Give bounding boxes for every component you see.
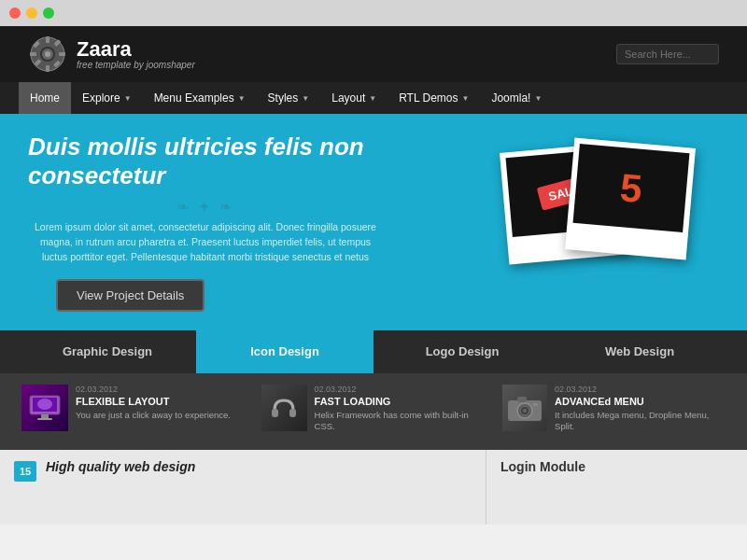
hero-description: Lorem ipsum dolor sit amet, consectetur … [28, 220, 383, 264]
feature-fast-loading: 02.03.2012 FAST LOADING Helix Framework … [254, 385, 492, 439]
feature-fast-text: 02.03.2012 FAST LOADING Helix Framework … [315, 385, 486, 433]
hero-banner: Duis mollis ultricies felis non consecte… [0, 114, 747, 330]
svg-rect-3 [46, 65, 49, 72]
svg-rect-20 [517, 397, 527, 402]
tab-icon-design[interactable]: Icon Design [196, 330, 374, 373]
svg-rect-4 [30, 52, 36, 56]
chevron-down-icon: ▼ [534, 94, 542, 103]
feature-flexible-text: 02.03.2012 FLEXIBLE LAYOUT You are just … [76, 385, 231, 421]
camera-icon [502, 385, 547, 431]
logo-area: Zaara free template by joomshaper [28, 35, 195, 74]
feature-title-2: FAST LOADING [315, 396, 486, 407]
svg-rect-2 [46, 36, 49, 43]
chevron-down-icon: ▼ [238, 94, 246, 103]
features-section: 02.03.2012 FLEXIBLE LAYOUT You are just … [0, 373, 747, 450]
tab-logo-design[interactable]: Logo Design [374, 330, 551, 373]
site-wrapper: Zaara free template by joomshaper Home E… [0, 26, 747, 560]
browser-chrome [0, 0, 747, 26]
chevron-down-icon: ▼ [369, 94, 376, 103]
minimize-button[interactable] [26, 7, 37, 19]
site-header: Zaara free template by joomshaper [0, 26, 747, 82]
hero-content: Duis mollis ultricies felis non consecte… [28, 133, 383, 312]
tab-graphic-design[interactable]: Graphic Design [19, 330, 196, 373]
maximize-button[interactable] [43, 7, 54, 19]
tabs-section: Graphic Design Icon Design Logo Design W… [0, 330, 747, 373]
svg-point-23 [523, 409, 527, 413]
svg-rect-5 [59, 52, 65, 56]
article-number: 15 [14, 461, 36, 482]
feature-advanced-text: 02.03.2012 ADVANCEd MENU It includes Meg… [555, 385, 726, 433]
chevron-down-icon: ▼ [462, 94, 470, 103]
svg-rect-18 [289, 409, 296, 417]
feature-advanced-menu: 02.03.2012 ADVANCEd MENU It includes Meg… [495, 385, 733, 439]
hero-title: Duis mollis ultricies felis non consecte… [28, 133, 383, 190]
svg-point-14 [37, 399, 52, 410]
site-title: Zaara [77, 39, 195, 60]
nav-joomla[interactable]: Joomla! ▼ [480, 82, 553, 114]
bottom-left: 15 High quality web design [0, 450, 486, 525]
bottom-right: Login Module [486, 450, 747, 525]
tab-web-design[interactable]: Web Design [551, 330, 728, 373]
feature-date-3: 02.03.2012 [555, 385, 726, 394]
svg-rect-16 [37, 418, 52, 420]
polaroid-inner-2: 5 [573, 144, 690, 232]
headphones-icon [261, 385, 306, 431]
svg-rect-24 [533, 403, 538, 406]
feature-desc-1: You are just a click away to experience. [76, 410, 231, 421]
svg-point-11 [45, 51, 50, 57]
close-button[interactable] [9, 7, 21, 19]
feature-flexible-layout: 02.03.2012 FLEXIBLE LAYOUT You are just … [14, 385, 252, 439]
article-title: High quality web design [46, 459, 195, 474]
bottom-section: 15 High quality web design Login Module [0, 450, 747, 525]
nav-explore[interactable]: Explore ▼ [71, 82, 143, 114]
polaroid-2: 5 [565, 137, 696, 259]
search-input[interactable] [616, 44, 719, 64]
feature-desc-3: It includes Mega menu, Dropline Menu, Sp… [555, 410, 726, 433]
nav-menu-examples[interactable]: Menu Examples ▼ [143, 82, 257, 114]
site-nav: Home Explore ▼ Menu Examples ▼ Styles ▼ … [0, 82, 747, 114]
feature-title-1: FLEXIBLE LAYOUT [76, 396, 231, 407]
svg-rect-17 [272, 409, 278, 417]
feature-title-3: ADVANCEd MENU [555, 396, 726, 407]
gear-icon [28, 35, 67, 74]
nav-home[interactable]: Home [19, 82, 71, 114]
hero-divider: ❧ ✦ ❧ [28, 198, 383, 216]
feature-date-2: 02.03.2012 [315, 385, 486, 394]
feature-date-1: 02.03.2012 [76, 385, 231, 394]
nav-rtl-demos[interactable]: RTL Demos ▼ [388, 82, 480, 114]
logo-text: Zaara free template by joomshaper [77, 39, 195, 70]
login-module-title: Login Module [500, 459, 733, 474]
html5-logo: 5 [618, 164, 643, 211]
site-tagline: free template by joomshaper [77, 60, 195, 70]
hero-images: SALE 5 [486, 143, 719, 301]
monitor-icon [21, 385, 68, 431]
chevron-down-icon: ▼ [302, 94, 309, 103]
view-project-button[interactable]: View Project Details [56, 279, 204, 312]
svg-rect-15 [41, 414, 49, 418]
nav-styles[interactable]: Styles ▼ [257, 82, 321, 114]
chevron-down-icon: ▼ [124, 94, 132, 103]
feature-desc-2: Helix Framework has come with built-in C… [315, 410, 486, 433]
nav-layout[interactable]: Layout ▼ [320, 82, 388, 114]
